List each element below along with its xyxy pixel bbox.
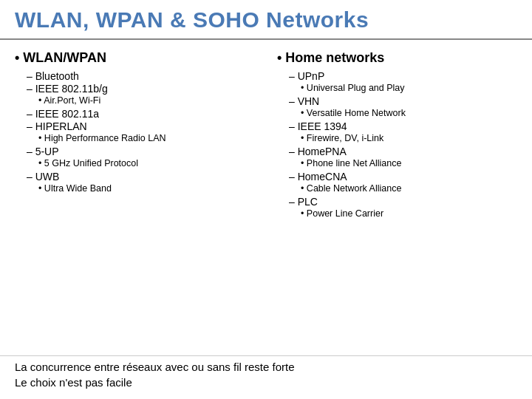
right-item-vhn: – VHN — [289, 95, 517, 107]
right-sub-homepna: • Phone line Net Alliance — [301, 158, 517, 168]
right-item-ieee1394: – IEEE 1394 — [289, 120, 517, 132]
right-sub-homecna: • Cable Network Alliance — [301, 183, 517, 194]
left-sub-5up: • 5 GHz Unified Protocol — [38, 158, 255, 168]
left-item-ieee80211bg: – IEEE 802.11b/g — [27, 83, 255, 95]
left-items: – Bluetooth – IEEE 802.11b/g • Air.Port,… — [15, 70, 255, 194]
page-title: WLAN, WPAN & SOHO Networks — [15, 7, 517, 33]
left-item-ieee80211a: – IEEE 802.11a — [27, 108, 255, 120]
right-column: • Home networks – UPnP • Universal Plug … — [270, 50, 517, 352]
left-section-title: • WLAN/WPAN — [15, 50, 255, 66]
footer-line-2: Le choix n'est pas facile — [15, 376, 517, 389]
left-sub-hiperlan: • High Performance Radio LAN — [38, 133, 255, 143]
right-sub-ieee1394: • Firewire, DV, i-Link — [301, 133, 517, 143]
right-item-plc: – PLC — [289, 196, 517, 208]
right-item-upnp: – UPnP — [289, 70, 517, 82]
right-sub-vhn: • Versatile Home Network — [301, 108, 517, 118]
footer-area: La concurrence entre réseaux avec ou san… — [0, 355, 532, 399]
right-items: – UPnP • Universal Plug and Play – VHN •… — [277, 70, 517, 219]
left-item-bluetooth: – Bluetooth — [27, 70, 255, 82]
right-sub-plc: • Power Line Carrier — [301, 208, 517, 219]
title-bar: WLAN, WPAN & SOHO Networks — [0, 0, 532, 40]
slide: WLAN, WPAN & SOHO Networks • WLAN/WPAN –… — [0, 0, 532, 399]
left-item-5up: – 5-UP — [27, 146, 255, 157]
left-sub-uwb: • Ultra Wide Band — [38, 183, 255, 194]
right-section-title: • Home networks — [277, 50, 517, 66]
right-item-homepna: – HomePNA — [289, 146, 517, 157]
left-item-uwb: – UWB — [27, 171, 255, 183]
left-item-hiperlan: – HIPERLAN — [27, 120, 255, 132]
right-item-homecna: – HomeCNA — [289, 171, 517, 183]
right-sub-upnp: • Universal Plug and Play — [301, 83, 517, 93]
content-area: • WLAN/WPAN – Bluetooth – IEEE 802.11b/g… — [0, 40, 532, 355]
footer-line-1: La concurrence entre réseaux avec ou san… — [15, 361, 517, 373]
left-sub-airportwifi: • Air.Port, Wi-Fi — [38, 95, 255, 106]
left-column: • WLAN/WPAN – Bluetooth – IEEE 802.11b/g… — [15, 50, 262, 352]
